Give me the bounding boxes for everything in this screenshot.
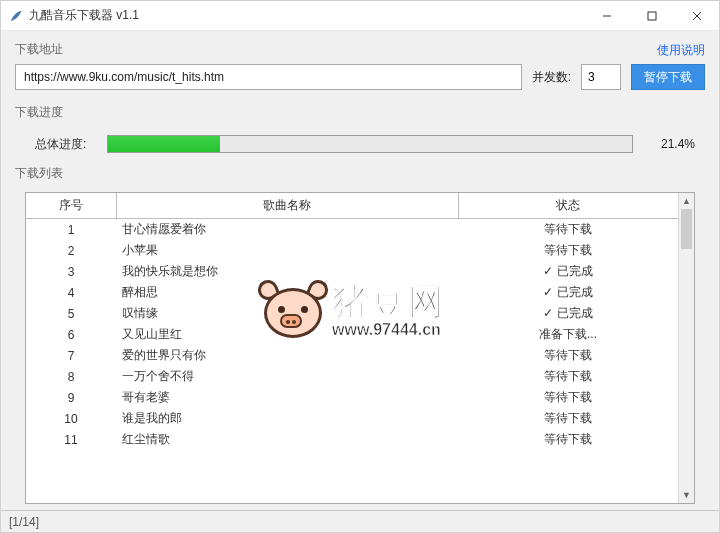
table-row[interactable]: 4醉相思✓ 已完成 [26, 282, 678, 303]
table-row[interactable]: 11红尘情歌等待下载 [26, 429, 678, 450]
cell-index: 11 [26, 429, 116, 450]
col-header-index[interactable]: 序号 [26, 193, 116, 219]
cell-index: 8 [26, 366, 116, 387]
list-section-label: 下载列表 [15, 165, 705, 182]
cell-index: 3 [26, 261, 116, 282]
url-row: 并发数: 暂停下载 [15, 64, 705, 90]
cell-status: ✓ 已完成 [458, 303, 678, 324]
overall-progress-label: 总体进度: [35, 136, 95, 153]
progress-bar [107, 135, 633, 153]
cell-index: 10 [26, 408, 116, 429]
scroll-up-arrow[interactable]: ▲ [679, 193, 694, 209]
cell-status: 等待下载 [458, 366, 678, 387]
concurrency-input[interactable] [581, 64, 621, 90]
status-text: [1/14] [9, 515, 39, 529]
cell-index: 5 [26, 303, 116, 324]
cell-status: 等待下载 [458, 387, 678, 408]
pause-download-button[interactable]: 暂停下载 [631, 64, 705, 90]
table-row[interactable]: 6又见山里红准备下载... [26, 324, 678, 345]
url-section-label: 下载地址 [15, 41, 63, 58]
window-title: 九酷音乐下载器 v1.1 [29, 7, 584, 24]
cell-name: 一万个舍不得 [116, 366, 458, 387]
cell-name: 爱的世界只有你 [116, 345, 458, 366]
cell-status: 等待下载 [458, 429, 678, 450]
cell-name: 小苹果 [116, 240, 458, 261]
app-icon [9, 9, 23, 23]
table-row[interactable]: 5叹情缘✓ 已完成 [26, 303, 678, 324]
cell-name: 我的快乐就是想你 [116, 261, 458, 282]
close-button[interactable] [674, 1, 719, 31]
help-link[interactable]: 使用说明 [657, 42, 705, 59]
cell-index: 1 [26, 219, 116, 241]
table-row[interactable]: 7爱的世界只有你等待下载 [26, 345, 678, 366]
scroll-down-arrow[interactable]: ▼ [679, 487, 694, 503]
col-header-status[interactable]: 状态 [458, 193, 678, 219]
table-row[interactable]: 8一万个舍不得等待下载 [26, 366, 678, 387]
cell-index: 2 [26, 240, 116, 261]
status-bar: [1/14] [1, 510, 719, 532]
table-row[interactable]: 10谁是我的郎等待下载 [26, 408, 678, 429]
cell-index: 6 [26, 324, 116, 345]
cell-status: 等待下载 [458, 240, 678, 261]
table-row[interactable]: 1甘心情愿爱着你等待下载 [26, 219, 678, 241]
cell-name: 又见山里红 [116, 324, 458, 345]
vertical-scrollbar[interactable]: ▲ ▼ [678, 193, 694, 503]
content-area: 下载地址 使用说明 并发数: 暂停下载 下载进度 总体进度: 21.4% 下载列… [1, 31, 719, 504]
cell-index: 7 [26, 345, 116, 366]
scroll-thumb[interactable] [681, 209, 692, 249]
cell-status: 等待下载 [458, 219, 678, 241]
titlebar: 九酷音乐下载器 v1.1 [1, 1, 719, 31]
maximize-button[interactable] [629, 1, 674, 31]
minimize-button[interactable] [584, 1, 629, 31]
progress-percent-text: 21.4% [645, 137, 695, 151]
url-input[interactable] [15, 64, 522, 90]
col-header-name[interactable]: 歌曲名称 [116, 193, 458, 219]
download-table: 序号 歌曲名称 状态 1甘心情愿爱着你等待下载2小苹果等待下载3我的快乐就是想你… [26, 193, 678, 450]
app-window: 九酷音乐下载器 v1.1 下载地址 使用说明 并发数: 暂停下载 下载进度 总体… [0, 0, 720, 533]
cell-name: 谁是我的郎 [116, 408, 458, 429]
cell-name: 红尘情歌 [116, 429, 458, 450]
concurrency-label: 并发数: [532, 69, 571, 86]
progress-row: 总体进度: 21.4% [15, 127, 705, 161]
table-row[interactable]: 9哥有老婆等待下载 [26, 387, 678, 408]
cell-name: 醉相思 [116, 282, 458, 303]
table-row[interactable]: 3我的快乐就是想你✓ 已完成 [26, 261, 678, 282]
svg-rect-1 [648, 12, 656, 20]
progress-bar-fill [108, 136, 220, 152]
cell-status: 等待下载 [458, 345, 678, 366]
cell-status: ✓ 已完成 [458, 282, 678, 303]
cell-status: ✓ 已完成 [458, 261, 678, 282]
progress-section-label: 下载进度 [15, 104, 705, 121]
table-row[interactable]: 2小苹果等待下载 [26, 240, 678, 261]
cell-name: 叹情缘 [116, 303, 458, 324]
cell-index: 9 [26, 387, 116, 408]
cell-name: 甘心情愿爱着你 [116, 219, 458, 241]
download-table-container: 序号 歌曲名称 状态 1甘心情愿爱着你等待下载2小苹果等待下载3我的快乐就是想你… [25, 192, 695, 504]
cell-status: 准备下载... [458, 324, 678, 345]
cell-index: 4 [26, 282, 116, 303]
cell-name: 哥有老婆 [116, 387, 458, 408]
cell-status: 等待下载 [458, 408, 678, 429]
